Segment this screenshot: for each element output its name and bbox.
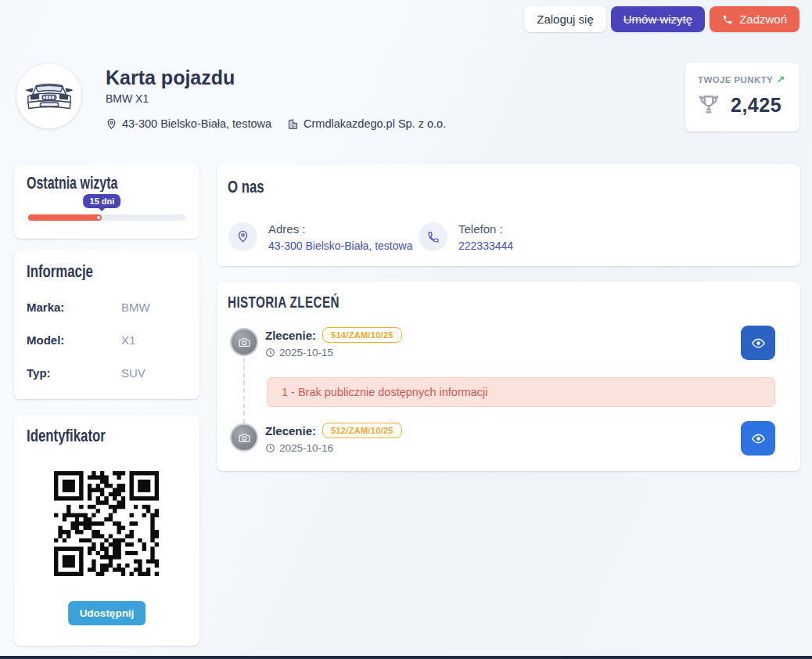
info-row-marka: Marka: BMW <box>27 301 187 314</box>
call-button-label: Zadzwoń <box>739 13 787 26</box>
order-row: Zlecenie: 512/ZAM/10/25 <box>265 423 402 438</box>
view-order-button[interactable] <box>741 326 775 360</box>
last-visit-title: Ostatnia wizyta <box>27 173 117 193</box>
about-label: Telefon : <box>458 222 513 236</box>
order-date-row: 2025-10-16 <box>265 442 333 454</box>
order-date: 2025-10-16 <box>279 442 333 454</box>
phone-icon <box>722 14 733 25</box>
about-label: Adres : <box>268 222 412 236</box>
timeline-connector <box>243 358 245 423</box>
identifier-title: Identyfikator <box>27 425 106 445</box>
order-label: Zlecenie: <box>265 424 316 438</box>
about-title: O nas <box>228 176 264 196</box>
eye-icon <box>751 431 766 446</box>
share-button[interactable]: Udostępnij <box>68 601 146 625</box>
order-date-row: 2025-10-15 <box>265 347 333 358</box>
info-row-typ: Typ: SUV <box>27 366 187 380</box>
header-company: Crmdlakazdego.pl Sp. z o.o. <box>304 117 446 130</box>
header-meta: 43-300 Bielsko-Biała, testowa Crmdlakazd… <box>106 117 446 130</box>
camera-icon <box>230 423 258 452</box>
about-address-link[interactable]: 43-300 Bielsko-Biała, testowa <box>268 239 412 252</box>
last-visit-card: Ostatnia wizyta 15 dni <box>14 164 199 239</box>
progress-fill <box>28 214 102 221</box>
info-value: SUV <box>121 366 146 380</box>
info-label: Marka: <box>27 301 64 314</box>
order-number-badge: 512/ZAM/10/25 <box>322 423 402 438</box>
identifier-card: Identyfikator Udostępnij <box>14 415 199 646</box>
info-value: BMW <box>121 301 150 314</box>
clock-icon <box>265 443 275 453</box>
history-card: HISTORIA ZLECEŃ Zlecenie: 514/ZAM/10/25 … <box>217 282 800 471</box>
vehicle-card-page: Zaloguj się Umów wizytę Zadzwoń <box>0 0 812 659</box>
qr-code <box>54 471 159 576</box>
topbar: Zaloguj się Umów wizytę Zadzwoń <box>524 6 799 32</box>
info-value: X1 <box>121 333 135 347</box>
history-title: HISTORIA ZLECEŃ <box>228 293 340 312</box>
about-phone-link[interactable]: 222333444 <box>458 239 513 252</box>
order-number-badge: 514/ZAM/10/25 <box>322 327 402 343</box>
book-visit-button[interactable]: Umów wizytę <box>611 6 705 32</box>
info-row-model: Model: X1 <box>27 333 187 347</box>
clock-icon <box>265 348 275 358</box>
visit-progress: 15 dni <box>28 194 185 225</box>
info-title: Informacje <box>27 261 93 281</box>
header-address: 43-300 Bielsko-Biała, testowa <box>122 117 271 130</box>
trophy-icon <box>696 92 721 117</box>
visit-days-badge: 15 dni <box>84 194 121 208</box>
phone-icon <box>419 222 447 251</box>
points-label: TWOJE PUNKTY <box>698 75 773 85</box>
page-title: Karta pojazdu <box>106 67 235 89</box>
call-button[interactable]: Zadzwoń <box>710 6 799 32</box>
about-card: O nas Adres : 43-300 Bielsko-Biała, test… <box>217 164 800 266</box>
location-pin-icon <box>228 222 257 251</box>
view-order-button[interactable] <box>741 421 775 456</box>
progress-track <box>28 214 185 221</box>
about-item-address: Adres : 43-300 Bielsko-Biała, testowa <box>228 222 412 252</box>
order-row: Zlecenie: 514/ZAM/10/25 <box>265 327 402 343</box>
location-pin-icon <box>106 118 117 130</box>
eye-icon <box>751 336 766 351</box>
car-icon <box>25 79 74 113</box>
login-button[interactable]: Zaloguj się <box>524 6 606 32</box>
info-label: Typ: <box>27 366 51 380</box>
building-icon <box>287 118 299 130</box>
points-value: 2,425 <box>731 94 781 117</box>
points-label-row: TWOJE PUNKTY ↗ <box>698 74 785 85</box>
points-row: 2,425 <box>696 92 781 117</box>
about-item-phone: Telefon : 222333444 <box>419 222 513 252</box>
order-alert: 1 - Brak publicznie dostępnych informacj… <box>267 377 775 407</box>
points-card[interactable]: TWOJE PUNKTY ↗ 2,425 <box>685 63 799 131</box>
order-label: Zlecenie: <box>265 329 316 342</box>
footer-bar <box>0 656 812 659</box>
info-card: Informacje Marka: BMW Model: X1 Typ: SUV <box>14 250 199 399</box>
order-date: 2025-10-15 <box>279 347 333 358</box>
camera-icon <box>230 328 258 356</box>
vehicle-avatar <box>16 63 82 129</box>
external-arrow-icon: ↗ <box>776 74 785 85</box>
info-label: Model: <box>27 333 64 347</box>
vehicle-name: BMW X1 <box>106 92 149 105</box>
